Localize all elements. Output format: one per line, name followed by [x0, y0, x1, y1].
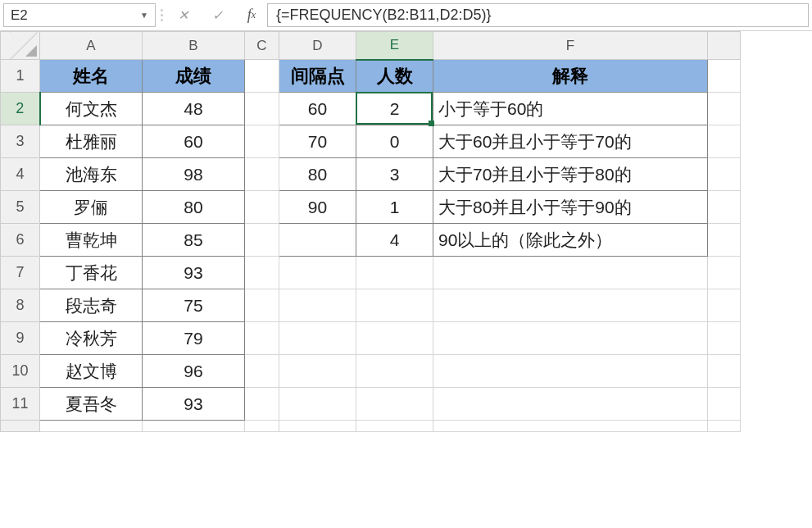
cell-F10[interactable] — [433, 355, 708, 388]
cell-C3[interactable] — [245, 125, 279, 158]
cell-C5[interactable] — [245, 191, 279, 224]
enter-icon[interactable]: ✓ — [206, 5, 228, 26]
row-header-10[interactable]: 10 — [1, 355, 40, 388]
cell-E11[interactable] — [356, 388, 433, 421]
cell-E4[interactable]: 3 — [356, 158, 433, 191]
fx-icon[interactable]: fx — [241, 5, 262, 26]
cell-A1[interactable]: 姓名 — [40, 60, 143, 93]
cell-C11[interactable] — [245, 388, 279, 421]
cell-B2[interactable]: 48 — [143, 93, 245, 125]
row-header-7[interactable]: 7 — [1, 257, 40, 289]
cell-A3[interactable]: 杜雅丽 — [40, 125, 143, 158]
cell-C10[interactable] — [245, 355, 279, 388]
cell-B3[interactable]: 60 — [143, 125, 245, 158]
cell-C6[interactable] — [245, 224, 279, 257]
cell-F4[interactable]: 大于70并且小于等于80的 — [433, 158, 708, 191]
cell-E7[interactable] — [356, 257, 433, 289]
cell-G6[interactable] — [708, 224, 741, 257]
name-box[interactable]: E2 ▼ — [3, 3, 156, 27]
cell-G8[interactable] — [708, 289, 741, 322]
cell-G9[interactable] — [708, 322, 741, 355]
cell-B7[interactable]: 93 — [143, 257, 245, 289]
row-header-8[interactable]: 8 — [1, 289, 40, 322]
col-header-D[interactable]: D — [279, 32, 356, 60]
cell-C12[interactable] — [245, 421, 279, 432]
cell-A10[interactable]: 赵文博 — [40, 355, 143, 388]
cell-D2[interactable]: 60 — [279, 93, 356, 125]
cell-E2[interactable]: 2 — [356, 93, 433, 125]
cell-D12[interactable] — [279, 421, 356, 432]
cell-D8[interactable] — [279, 289, 356, 322]
col-header-A[interactable]: A — [40, 32, 143, 60]
cell-F5[interactable]: 大于80并且小于等于90的 — [433, 191, 708, 224]
cell-F11[interactable] — [433, 388, 708, 421]
cell-G7[interactable] — [708, 257, 741, 289]
cell-B6[interactable]: 85 — [143, 224, 245, 257]
row-header-9[interactable]: 9 — [1, 322, 40, 355]
cell-B4[interactable]: 98 — [143, 158, 245, 191]
row-header-12[interactable] — [1, 421, 40, 432]
spreadsheet-grid[interactable]: A B C D E F 1 姓名 成绩 间隔点 人数 解释 2 何文杰 48 6… — [0, 31, 741, 432]
cell-A4[interactable]: 池海东 — [40, 158, 143, 191]
cell-E12[interactable] — [356, 421, 433, 432]
col-header-B[interactable]: B — [143, 32, 245, 60]
cell-E3[interactable]: 0 — [356, 125, 433, 158]
row-header-11[interactable]: 11 — [1, 388, 40, 421]
cell-F3[interactable]: 大于60并且小于等于70的 — [433, 125, 708, 158]
cell-B12[interactable] — [143, 421, 245, 432]
cancel-icon[interactable]: ✕ — [172, 5, 193, 26]
cell-B5[interactable]: 80 — [143, 191, 245, 224]
row-header-6[interactable]: 6 — [1, 224, 40, 257]
cell-G5[interactable] — [708, 191, 741, 224]
cell-G12[interactable] — [708, 421, 741, 432]
row-header-2[interactable]: 2 — [1, 93, 40, 125]
cell-E8[interactable] — [356, 289, 433, 322]
cell-C8[interactable] — [245, 289, 279, 322]
cell-G11[interactable] — [708, 388, 741, 421]
col-header-E[interactable]: E — [356, 32, 433, 60]
cell-F2[interactable]: 小于等于60的 — [433, 93, 708, 125]
cell-C2[interactable] — [245, 93, 279, 125]
row-header-3[interactable]: 3 — [1, 125, 40, 158]
cell-B11[interactable]: 93 — [143, 388, 245, 421]
cell-D7[interactable] — [279, 257, 356, 289]
row-header-1[interactable]: 1 — [1, 60, 40, 93]
cell-A8[interactable]: 段志奇 — [40, 289, 143, 322]
cell-C1[interactable] — [245, 60, 279, 93]
formula-input[interactable]: {=FREQUENCY(B2:B11,D2:D5)} — [267, 3, 809, 27]
cell-A7[interactable]: 丁香花 — [40, 257, 143, 289]
cell-E10[interactable] — [356, 355, 433, 388]
cell-D1[interactable]: 间隔点 — [279, 60, 356, 93]
cell-D10[interactable] — [279, 355, 356, 388]
cell-A12[interactable] — [40, 421, 143, 432]
cell-A6[interactable]: 曹乾坤 — [40, 224, 143, 257]
cell-A2[interactable]: 何文杰 — [40, 93, 143, 125]
col-header-F[interactable]: F — [433, 32, 708, 60]
cell-B10[interactable]: 96 — [143, 355, 245, 388]
cell-F9[interactable] — [433, 322, 708, 355]
cell-D5[interactable]: 90 — [279, 191, 356, 224]
cell-F1[interactable]: 解释 — [433, 60, 708, 93]
cell-F12[interactable] — [433, 421, 708, 432]
cell-G2[interactable] — [708, 93, 741, 125]
cell-G3[interactable] — [708, 125, 741, 158]
cell-B9[interactable]: 79 — [143, 322, 245, 355]
cell-C9[interactable] — [245, 322, 279, 355]
col-header-C[interactable]: C — [245, 32, 279, 60]
cell-A9[interactable]: 冷秋芳 — [40, 322, 143, 355]
row-header-5[interactable]: 5 — [1, 191, 40, 224]
formula-bar-drag-handle[interactable] — [156, 0, 167, 30]
cell-G10[interactable] — [708, 355, 741, 388]
cell-D9[interactable] — [279, 322, 356, 355]
col-header-extra[interactable] — [708, 32, 741, 60]
row-header-4[interactable]: 4 — [1, 158, 40, 191]
cell-D6[interactable] — [279, 224, 356, 257]
cell-C7[interactable] — [245, 257, 279, 289]
cell-B8[interactable]: 75 — [143, 289, 245, 322]
cell-G1[interactable] — [708, 60, 741, 93]
cell-E5[interactable]: 1 — [356, 191, 433, 224]
cell-G4[interactable] — [708, 158, 741, 191]
cell-D4[interactable]: 80 — [279, 158, 356, 191]
cell-D11[interactable] — [279, 388, 356, 421]
cell-E1[interactable]: 人数 — [356, 60, 433, 93]
